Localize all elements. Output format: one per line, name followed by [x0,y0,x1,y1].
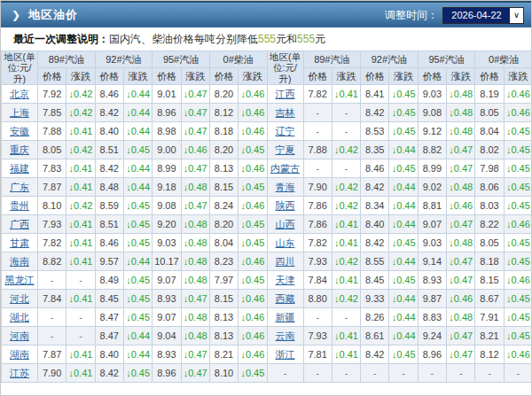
region-link[interactable]: 青海 [276,182,295,192]
region-column-header: 地区(单位:元/升) [2,51,38,85]
region-link[interactable]: 黑龙江 [5,275,35,285]
change-cell: ↓0.46 [239,197,267,215]
region-link[interactable]: 山西 [276,219,295,229]
region-link[interactable]: 四川 [276,256,295,267]
price-drop-value: ↓0.42 [69,200,93,211]
region-link[interactable]: 内蒙古 [270,163,300,174]
region-link[interactable]: 陕西 [276,200,295,211]
price-cell: - [303,159,332,178]
price-cell: 8.15 [209,290,238,308]
region-cell: 陕西 [267,197,303,215]
region-link[interactable]: 福建 [10,163,29,174]
price-drop-value: ↓0.46 [240,89,264,99]
region-link[interactable]: 江苏 [10,368,29,378]
change-cell: ↓0.46 [181,141,209,159]
price-cell: 8.18 [209,122,238,141]
region-link[interactable]: 上海 [10,107,29,118]
table-row: 江苏7.90↓0.418.42↓0.458.96↓0.478.10↓0.45--… [2,364,532,383]
region-link[interactable]: 浙江 [276,349,295,360]
region-link[interactable]: 江西 [276,89,295,99]
price-drop-value: ↓0.41 [334,237,358,248]
price-subheader: 价格 [153,68,181,85]
region-link[interactable]: 河北 [10,293,29,304]
price-drop-value: ↓0.48 [184,237,207,248]
change-cell: ↓0.48 [181,252,209,271]
price-cell: 8.18 [475,252,504,271]
price-cell: 7.90 [303,178,332,197]
region-link[interactable]: 甘肃 [10,237,29,248]
price-drop-value: ↓0.45 [240,219,264,229]
region-link[interactable]: 西藏 [276,293,295,304]
region-link[interactable]: 安徽 [10,126,29,136]
region-cell: 海南 [2,252,38,271]
change-cell: ↓0.46 [504,346,532,364]
region-link[interactable]: 广东 [10,182,29,192]
region-link[interactable]: 海南 [10,256,29,267]
price-drop-value: ↓0.48 [184,219,207,229]
change-cell: ↓0.48 [181,178,209,197]
region-link[interactable]: 山东 [276,237,295,248]
fuel-type-header: 95#汽油 [153,51,210,68]
change-cell: ↓0.44 [123,327,152,346]
change-cell: ↓0.41 [66,346,95,364]
region-link[interactable]: 新疆 [276,312,295,322]
price-drop-value: ↓0.41 [69,349,93,360]
table-row: 海南8.82↓0.419.57↓0.4410.17↓0.488.23↓0.46四… [2,252,532,271]
change-cell: ↓0.47 [181,290,209,308]
price-cell: 9.57 [95,252,123,271]
change-cell: ↓0.45 [389,122,418,141]
change-cell: ↓0.45 [123,364,152,383]
region-link[interactable]: 北京 [10,89,29,99]
region-link[interactable]: 贵州 [10,200,29,211]
region-link[interactable]: 湖北 [10,312,29,322]
change-cell: ↓0.42 [332,252,360,271]
fuel-type-header: 89#汽油 [38,51,96,68]
region-link[interactable]: 天津 [276,275,295,285]
change-cell: ↓0.45 [389,104,418,122]
change-cell: ↓0.48 [181,271,209,290]
region-link[interactable]: 湖南 [10,349,29,360]
change-cell: ↓0.45 [239,271,267,290]
price-drop-value: ↓0.48 [449,237,473,248]
table-row: 河北7.84↓0.418.45↓0.458.93↓0.478.15↓0.46西藏… [2,290,532,308]
price-cell: 8.05 [475,234,504,252]
region-link[interactable]: 宁夏 [276,144,295,155]
region-link[interactable]: 吉林 [276,107,295,118]
notice-text-mid: 元和 [276,32,297,47]
date-select[interactable]: 2026-04-22 ∨ [442,7,524,24]
price-drop-value: ↓0.42 [69,144,93,155]
region-link[interactable]: 云南 [276,330,295,341]
change-cell: ↓0.48 [447,122,475,141]
price-cell: 9.04 [153,327,181,346]
fuel-type-header: 0#柴油 [209,51,267,68]
price-cell: 8.80 [303,290,332,308]
region-cell: 河北 [2,290,38,308]
price-cell: 8.45 [361,271,389,290]
change-cell: ↓0.46 [239,308,267,327]
price-cell: 7.86 [303,215,332,234]
region-link[interactable]: 广西 [10,219,29,229]
change-cell: ↓0.47 [181,122,209,141]
price-cell: 8.24 [209,197,238,215]
price-cell: 8.42 [361,346,389,364]
price-drop-value: ↓0.44 [392,330,416,341]
change-cell: ↓0.42 [332,197,360,215]
price-cell: 10.17 [153,252,181,271]
region-link[interactable]: 重庆 [10,144,29,155]
region-link[interactable]: 河南 [10,330,29,341]
price-drop-value: ↓0.41 [69,182,93,192]
price-cell: 9.02 [418,178,446,197]
price-drop-value: ↓0.45 [126,200,150,211]
price-drop-value: ↓0.45 [240,182,264,192]
price-cell: 9.08 [153,197,181,215]
table-row: 黑龙江--8.49↓0.459.07↓0.487.97↓0.45天津7.84↓0… [2,271,532,290]
price-cell: 8.06 [475,178,504,197]
price-cell: 8.05 [38,141,66,159]
region-link[interactable]: 辽宁 [276,126,295,136]
region-cell: 四川 [267,252,303,271]
change-cell: - [66,271,95,290]
change-cell: ↓0.45 [389,271,418,290]
change-cell: ↓0.48 [447,234,475,252]
price-cell: 9.00 [153,141,181,159]
price-cell: 7.93 [38,215,66,234]
